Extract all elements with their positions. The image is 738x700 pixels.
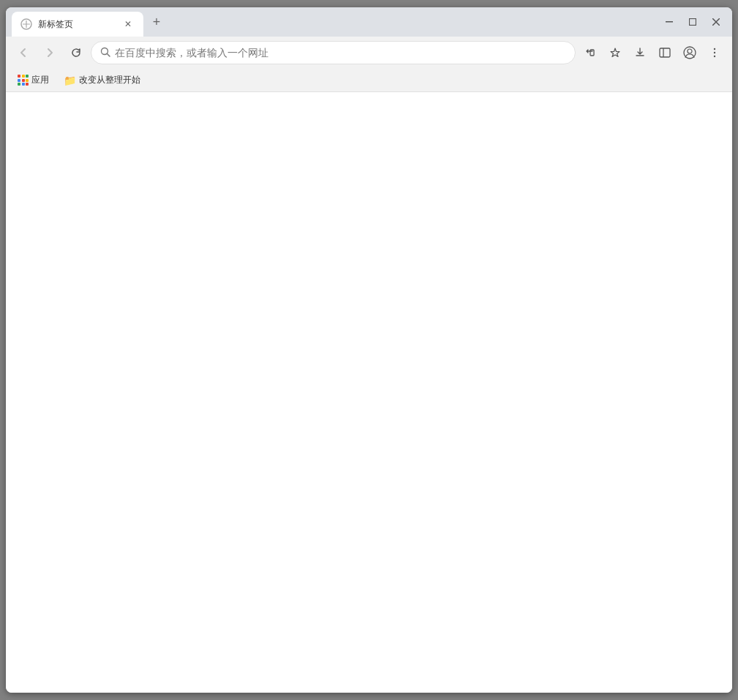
bookmarks-bar: 应用 📁 改变从整理开始: [6, 69, 732, 92]
apps-dot: [26, 79, 29, 82]
profile-button[interactable]: [678, 41, 701, 64]
folder-bookmark[interactable]: 📁 改变从整理开始: [58, 72, 146, 89]
apps-dot: [18, 79, 20, 82]
refresh-button[interactable]: [64, 41, 88, 64]
title-bar: 新标签页 ✕ +: [6, 7, 732, 37]
svg-point-12: [714, 48, 715, 50]
svg-rect-2: [690, 19, 696, 26]
apps-dot: [22, 83, 25, 86]
apps-dot: [22, 79, 25, 82]
tab-favicon: [20, 18, 32, 30]
apps-grid-icon: [18, 75, 29, 86]
apps-bookmark[interactable]: 应用: [12, 72, 55, 89]
sidebar-button[interactable]: [653, 41, 677, 64]
svg-rect-7: [590, 50, 594, 56]
address-input[interactable]: [115, 47, 566, 59]
new-tab-icon: +: [153, 15, 161, 30]
folder-icon: 📁: [64, 75, 76, 86]
new-tab-button[interactable]: +: [146, 12, 167, 32]
apps-dot: [26, 75, 29, 78]
nav-actions: [579, 41, 726, 64]
bookmark-button[interactable]: [603, 41, 627, 64]
svg-line-6: [108, 53, 110, 56]
download-button[interactable]: [628, 41, 652, 64]
svg-rect-8: [660, 48, 670, 57]
more-menu-button[interactable]: [703, 41, 726, 64]
maximize-button[interactable]: [682, 12, 703, 32]
window-controls: [659, 12, 726, 32]
svg-point-11: [688, 49, 692, 53]
svg-rect-1: [666, 21, 673, 23]
tab-title: 新标签页: [38, 18, 116, 31]
apps-dot: [18, 75, 20, 78]
browser-window: 新标签页 ✕ +: [6, 7, 732, 693]
close-button[interactable]: [706, 12, 726, 32]
tab-close-button[interactable]: ✕: [121, 18, 135, 31]
minimize-button[interactable]: [659, 12, 679, 32]
forward-button[interactable]: [38, 41, 61, 64]
svg-point-13: [714, 52, 715, 53]
search-icon: [100, 47, 110, 59]
tab-area: 新标签页 ✕ +: [12, 7, 659, 37]
active-tab[interactable]: 新标签页 ✕: [12, 12, 143, 37]
back-button[interactable]: [12, 41, 35, 64]
address-bar[interactable]: [91, 41, 576, 64]
share-button[interactable]: [579, 41, 602, 64]
apps-label: 应用: [31, 74, 49, 86]
folder-label: 改变从整理开始: [79, 74, 140, 86]
nav-bar: [6, 37, 732, 69]
apps-dot: [18, 83, 20, 86]
svg-point-14: [714, 56, 715, 57]
apps-dot: [22, 75, 25, 78]
apps-dot: [26, 83, 29, 86]
page-content: [6, 92, 732, 693]
